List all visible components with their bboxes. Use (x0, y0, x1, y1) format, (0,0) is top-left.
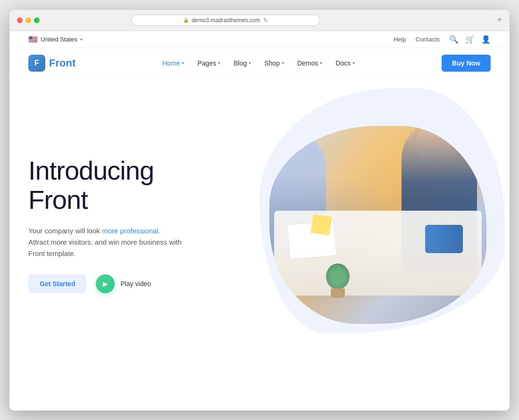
chevron-down-icon: ▾ (80, 37, 83, 42)
cart-icon[interactable]: 🛒 (465, 35, 475, 44)
contacts-link[interactable]: Contacts (416, 36, 440, 43)
website-content: 🇺🇸 United States ▾ Help Contacts 🔍 🛒 👤 F (9, 31, 510, 411)
nav-home[interactable]: Home ▾ (162, 59, 184, 67)
hero-image (269, 126, 486, 324)
utility-links: Help Contacts 🔍 🛒 👤 (393, 35, 491, 44)
play-icon: ▶ (103, 280, 108, 288)
chevron-down-icon: ▾ (282, 60, 284, 66)
buy-now-button[interactable]: Buy Now (442, 55, 491, 72)
hero-description-suffix: Attract more visitors, and win more busi… (28, 238, 182, 257)
chevron-down-icon: ▾ (249, 60, 251, 66)
minimize-button[interactable] (25, 17, 31, 23)
country-selector[interactable]: 🇺🇸 United States ▾ (28, 35, 83, 44)
url-text: demo3.madrasthemes.com (192, 17, 260, 24)
browser-window: 🔒 demo3.madrasthemes.com ↻ + 🇺🇸 United S… (9, 10, 510, 411)
chevron-down-icon: ▾ (182, 60, 184, 66)
chevron-down-icon: ▾ (218, 60, 220, 66)
nav-demos[interactable]: Demos ▾ (297, 59, 322, 67)
photo-overlay (269, 126, 486, 324)
chevron-down-icon: ▾ (320, 60, 322, 66)
refresh-icon[interactable]: ↻ (263, 17, 268, 24)
utility-bar: 🇺🇸 United States ▾ Help Contacts 🔍 🛒 👤 (9, 31, 510, 48)
play-video-wrapper[interactable]: ▶ Play video (96, 274, 151, 293)
play-video-label: Play video (120, 280, 151, 288)
hero-actions: Get Started ▶ Play video (28, 274, 236, 293)
country-name: United States (41, 36, 77, 43)
new-tab-button[interactable]: + (497, 15, 502, 25)
chevron-down-icon: ▾ (352, 60, 355, 66)
get-started-button[interactable]: Get Started (28, 274, 86, 293)
hero-description: Your company will look more professional… (28, 225, 184, 259)
nav-pages[interactable]: Pages ▾ (197, 59, 220, 67)
maximize-button[interactable] (34, 17, 40, 23)
logo[interactable]: F Front (28, 55, 75, 72)
play-button[interactable]: ▶ (96, 274, 115, 293)
logo-icon: F (28, 55, 45, 72)
hero-section: Introducing Front Your company will look… (9, 79, 510, 380)
hero-highlight: more professional. (102, 227, 160, 235)
help-link[interactable]: Help (393, 36, 406, 43)
user-icon[interactable]: 👤 (481, 35, 491, 44)
search-icon[interactable]: 🔍 (449, 35, 459, 44)
browser-titlebar: 🔒 demo3.madrasthemes.com ↻ + (9, 10, 510, 31)
hero-content: Introducing Front Your company will look… (28, 156, 236, 293)
lock-icon: 🔒 (183, 17, 189, 23)
hero-image-area (236, 107, 491, 343)
window-controls (17, 17, 40, 23)
hero-photo (269, 126, 486, 324)
logo-text: Front (49, 57, 75, 69)
nav-blog[interactable]: Blog ▾ (234, 59, 251, 67)
close-button[interactable] (17, 17, 23, 23)
main-navigation: F Front Home ▾ Pages ▾ Blog ▾ Shop (9, 48, 510, 79)
utility-icons: 🔍 🛒 👤 (449, 35, 491, 44)
address-bar[interactable]: 🔒 demo3.madrasthemes.com ↻ (131, 15, 320, 26)
hero-title: Introducing Front (28, 156, 236, 214)
nav-docs[interactable]: Docs ▾ (335, 59, 355, 67)
nav-shop[interactable]: Shop ▾ (264, 59, 284, 67)
flag-icon: 🇺🇸 (28, 35, 38, 44)
nav-links: Home ▾ Pages ▾ Blog ▾ Shop ▾ Demos ▾ (162, 59, 355, 67)
